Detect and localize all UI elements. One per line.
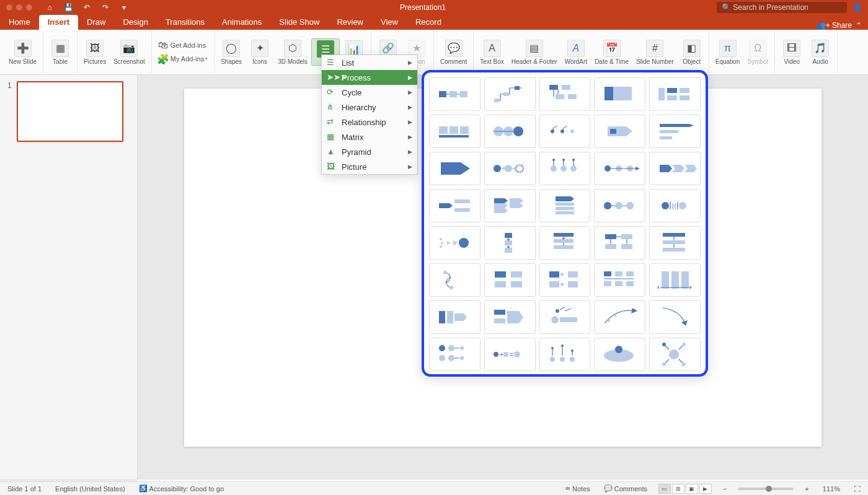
zoom-out-button[interactable]: − — [720, 485, 729, 493]
smartart-process-option-31[interactable] — [429, 300, 480, 334]
reading-view-button[interactable]: ▣ — [686, 484, 698, 494]
smartart-process-option-5[interactable] — [649, 77, 701, 111]
smartart-process-option-29[interactable] — [594, 263, 645, 297]
smartart-process-option-2[interactable] — [484, 77, 536, 111]
smartart-process-option-14[interactable] — [594, 152, 645, 185]
slide-number-button[interactable]: #Slide Number — [632, 38, 678, 66]
tab-view[interactable]: View — [372, 15, 407, 30]
smartart-process-option-15[interactable] — [649, 152, 701, 185]
customize-qat-icon[interactable]: ▾ — [119, 2, 129, 12]
save-icon[interactable]: 💾 — [63, 2, 73, 12]
zoom-slider[interactable] — [738, 488, 794, 490]
tab-draw[interactable]: Draw — [78, 15, 114, 30]
smartart-process-option-33[interactable] — [539, 300, 591, 334]
equation-button[interactable]: πEquation — [712, 38, 743, 66]
video-button[interactable]: 🎞Video — [777, 38, 806, 66]
smartart-process-option-30[interactable] — [649, 263, 701, 297]
comments-toggle[interactable]: 💬 Comments — [601, 484, 650, 493]
smartart-cycle-item[interactable]: ⟳ Cycle ▶ — [322, 85, 417, 100]
table-button[interactable]: ▦Table — [46, 38, 74, 66]
notes-toggle[interactable]: ≐ Notes — [562, 484, 593, 493]
smartart-list-item[interactable]: ☰ List ▶ — [322, 55, 417, 70]
smartart-process-option-23[interactable] — [539, 226, 591, 260]
smartart-process-option-36[interactable] — [429, 338, 480, 371]
smartart-process-option-1[interactable] — [429, 77, 480, 111]
smartart-matrix-item[interactable]: ▦ Matrix ▶ — [322, 129, 417, 144]
smartart-process-option-37[interactable]: += — [484, 338, 536, 371]
screenshot-button[interactable]: 📷Screenshot — [110, 38, 149, 66]
smartart-process-option-13[interactable] — [539, 152, 591, 185]
search-input[interactable]: 🔍 Search in Presentation — [717, 2, 847, 13]
redo-icon[interactable]: ↷ — [100, 2, 110, 12]
object-button[interactable]: ◧Object — [678, 38, 706, 66]
smartart-process-option-16[interactable] — [429, 189, 480, 222]
audio-button[interactable]: 🎵Audio — [806, 38, 835, 66]
collapse-ribbon-icon[interactable]: ⌃ — [856, 21, 862, 30]
smartart-process-option-9[interactable] — [594, 115, 645, 148]
smartart-process-option-38[interactable] — [539, 338, 591, 371]
sorter-view-button[interactable]: ⊞ — [672, 484, 684, 494]
smartart-process-option-25[interactable] — [649, 226, 701, 260]
zoom-handle[interactable] — [766, 486, 772, 492]
date-time-button[interactable]: 📅Date & Time — [591, 38, 632, 66]
share-button[interactable]: 👥+ Share — [817, 21, 852, 30]
user-account-icon[interactable]: 👤 — [852, 2, 862, 12]
autosave-icon[interactable]: ⌂ — [45, 2, 55, 12]
fit-to-window-button[interactable]: ⛶ — [851, 485, 863, 493]
smartart-relationship-item[interactable]: ⇄ Relationship ▶ — [322, 115, 417, 129]
smartart-picture-item[interactable]: 🖼 Picture ▶ — [322, 159, 417, 174]
smartart-process-option-8[interactable] — [539, 115, 591, 148]
get-addins-button[interactable]: 🛍Get Add-ins — [154, 38, 210, 52]
accessibility-checker[interactable]: ♿Accessibility: Good to go — [136, 484, 226, 493]
tab-review[interactable]: Review — [328, 15, 372, 30]
zoom-level[interactable]: 111% — [820, 485, 843, 493]
slideshow-view-button[interactable]: ▶ — [699, 484, 712, 494]
smartart-process-option-28[interactable] — [539, 263, 591, 297]
undo-icon[interactable]: ↶ — [82, 2, 92, 12]
header-footer-button[interactable]: ▤Header & Footer — [508, 38, 561, 66]
slide-counter[interactable]: Slide 1 of 1 — [5, 485, 44, 493]
smartart-pyramid-item[interactable]: ▲ Pyramid ▶ — [322, 144, 417, 159]
smartart-process-item[interactable]: ➤➤➤ Process ▶ — [322, 70, 417, 85]
text-box-button[interactable]: AText Box — [476, 38, 507, 66]
smartart-process-option-32[interactable] — [484, 300, 536, 334]
close-window-icon[interactable] — [6, 4, 12, 11]
comment-button[interactable]: 💬Comment — [436, 38, 471, 66]
smartart-process-option-20[interactable]: ⟩⟨ — [649, 189, 701, 222]
smartart-process-option-17[interactable] — [484, 189, 536, 222]
smartart-process-option-39[interactable] — [594, 338, 645, 371]
tab-slide-show[interactable]: Slide Show — [270, 15, 328, 30]
smartart-process-option-18[interactable] — [539, 189, 591, 222]
smartart-hierarchy-item[interactable]: ⋔ Hierarchy ▶ — [322, 100, 417, 115]
tab-transitions[interactable]: Transitions — [157, 15, 213, 30]
smartart-process-option-24[interactable] — [594, 226, 645, 260]
pictures-button[interactable]: 🖼Pictures — [80, 38, 110, 66]
smartart-process-option-4[interactable] — [594, 77, 645, 111]
smartart-process-option-40[interactable] — [649, 338, 701, 371]
smartart-process-option-10[interactable] — [649, 115, 701, 148]
tab-insert[interactable]: Insert — [39, 15, 78, 30]
icons-button[interactable]: ✦Icons — [246, 38, 274, 66]
smartart-process-option-19[interactable] — [594, 189, 645, 222]
3d-models-button[interactable]: ⬡3D Models — [274, 38, 311, 66]
wordart-button[interactable]: AWordArt — [561, 38, 591, 66]
zoom-in-button[interactable]: + — [802, 485, 811, 493]
shapes-button[interactable]: ◯Shapes — [217, 38, 246, 66]
smartart-process-option-12[interactable] — [484, 152, 536, 185]
smartart-process-option-27[interactable] — [484, 263, 536, 297]
smartart-process-option-22[interactable] — [484, 226, 536, 260]
smartart-process-option-21[interactable] — [429, 226, 480, 260]
tab-home[interactable]: Home — [0, 15, 39, 30]
minimize-window-icon[interactable] — [16, 4, 22, 11]
new-slide-button[interactable]: ➕New Slide — [5, 38, 40, 66]
smartart-process-option-6[interactable] — [429, 115, 480, 148]
tab-record[interactable]: Record — [407, 15, 450, 30]
maximize-window-icon[interactable] — [26, 4, 32, 11]
tab-animations[interactable]: Animations — [213, 15, 270, 30]
language-selector[interactable]: English (United States) — [53, 485, 128, 493]
smartart-process-option-34[interactable] — [594, 300, 645, 334]
my-addins-button[interactable]: 🧩My Add-ins▾ — [154, 52, 211, 66]
slide-thumbnail-1[interactable]: 1 — [7, 81, 130, 142]
normal-view-button[interactable]: ▭ — [658, 484, 671, 494]
smartart-process-option-26[interactable] — [429, 263, 480, 297]
